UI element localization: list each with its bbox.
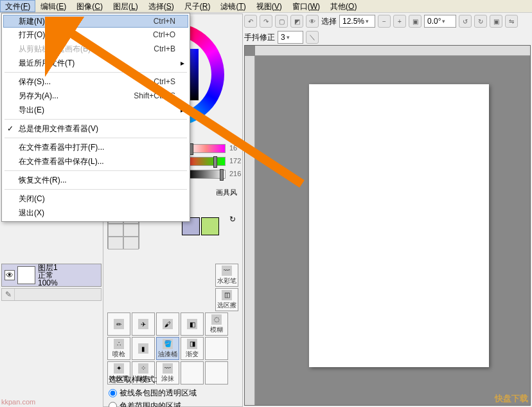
layer-thumbnail [17, 266, 35, 284]
top-toolbar: ↶ ↷ ▢ ◩ 👁 选择 12.5%▾ − + ▣ 0.0°▾ ↺ ↻ ▣ ⇋ [244, 14, 531, 29]
canvas-area[interactable] [244, 45, 531, 406]
slider-value: 172 [229, 157, 241, 165]
menu-item-revert[interactable]: 恢复文件(R)... [3, 173, 188, 187]
menu-edit[interactable]: 编辑(E) [35, 0, 71, 12]
separator [4, 170, 187, 171]
watermark-left: kkpan.com [1, 398, 35, 406]
tool-select-erase[interactable]: ◫选区擦 [215, 288, 238, 311]
pen-icon[interactable]: ✎ [2, 289, 15, 300]
chevron-down-icon: ▾ [366, 18, 369, 24]
layer-row[interactable]: 👁 图层1 正常 100% [1, 264, 102, 287]
menu-image[interactable]: 图像(C) [71, 0, 108, 12]
separator [4, 189, 187, 190]
menu-item-save-in-viewer[interactable]: 在文件查看器中保存(L)... [3, 154, 188, 168]
menu-item-open-in-viewer[interactable]: 在文件查看器中打开(F)... [3, 140, 188, 154]
tool-airbrush[interactable]: ✈ [132, 312, 155, 336]
ruler-horizontal [255, 46, 530, 56]
tool-blur[interactable]: ◌模糊 [205, 312, 228, 336]
tool-marker[interactable]: ▮ [132, 337, 155, 360]
tool-brush[interactable]: 🖌 [156, 312, 179, 336]
flip-button[interactable]: ⇋ [505, 15, 518, 28]
menu-item-new[interactable]: 新建(N)... Ctrl+N [3, 15, 188, 28]
menu-item-shortcut: Ctrl+N [154, 17, 175, 26]
tool-spray[interactable]: ∴喷枪 [107, 337, 130, 360]
canvas-document[interactable] [309, 84, 489, 367]
watermark-right: 快盘下载 [495, 393, 528, 404]
separator [4, 72, 187, 73]
menu-item-label: 新建(N)... [19, 16, 154, 27]
tool-gradient[interactable]: ◨渐变 [181, 337, 204, 360]
zoom-in-button[interactable]: + [393, 15, 406, 28]
menu-filter[interactable]: 滤镜(T) [215, 0, 251, 12]
separator [4, 119, 187, 120]
menu-window[interactable]: 窗口(W) [287, 0, 325, 12]
tool-watercolor[interactable]: 〰水彩笔 [215, 264, 238, 287]
selection-mode-title: 选区取样模式: [109, 374, 240, 385]
swatch[interactable] [201, 217, 219, 235]
layer-buttons: ✎ [1, 288, 102, 301]
check-icon: ✓ [7, 124, 13, 133]
chevron-down-icon: ▾ [442, 18, 445, 24]
tool-hand[interactable] [108, 237, 123, 249]
zoom-out-button[interactable]: − [378, 15, 391, 28]
menu-other[interactable]: 其他(O) [325, 0, 362, 12]
slider-value: 216 [229, 170, 241, 177]
slider-g[interactable] [187, 157, 226, 166]
selection-mode-group: 选区取样模式: 被线条包围的透明区域 色差范围内的区域 色差范围内的全部像素 [109, 374, 240, 407]
deselect-button[interactable]: ▢ [275, 15, 288, 28]
show-selection-button[interactable]: 👁 [306, 15, 319, 28]
tool-pencil[interactable]: ✏ [107, 312, 130, 336]
menu-item-always-viewer[interactable]: ✓ 总是使用文件查看器(V) [3, 122, 188, 136]
menu-item-save-as[interactable]: 另存为(A)... Shift+Ctrl+S [3, 89, 188, 103]
angle-field[interactable]: 0.0°▾ [424, 15, 456, 28]
undo-button[interactable]: ↶ [244, 15, 257, 28]
brush-tool-grid: 〰水彩笔 ◫选区擦 ✏ ✈ 🖌 ◧ ◌模糊 ∴喷枪 ▮ 🪣油漆桶 ◨渐变 ✦特效… [107, 264, 238, 386]
stabilizer-field[interactable]: 3▾ [278, 31, 303, 44]
layer-info: 图层1 正常 100% [38, 264, 58, 287]
menu-item-recent[interactable]: 最近所用文件(T) ▸ [3, 56, 188, 70]
panel-tab-label[interactable]: 画具风 [216, 188, 237, 197]
tool-empty [205, 337, 228, 360]
menu-item-export[interactable]: 导出(E) ▸ [3, 103, 188, 117]
select-label: 选择 [321, 16, 337, 27]
redo-button[interactable]: ↷ [260, 15, 272, 28]
radio-color-range[interactable]: 色差范围内的区域 [109, 401, 240, 407]
slider-r[interactable] [187, 144, 226, 153]
tool-eyedrop[interactable] [123, 237, 139, 249]
menu-item-from-clipboard[interactable]: 从剪贴板创建画布(B) Ctrl+B [3, 42, 188, 56]
zoom-fit-button[interactable]: ▣ [409, 15, 421, 28]
menu-item-exit[interactable]: 退出(X) [3, 206, 188, 220]
rotate-ccw-button[interactable]: ↺ [459, 15, 472, 28]
chevron-right-icon: ▸ [181, 105, 184, 114]
ruler-vertical [245, 56, 255, 405]
radio-transparent-area[interactable]: 被线条包围的透明区域 [109, 388, 240, 399]
menu-layer[interactable]: 图层(L) [108, 0, 143, 12]
menu-item-open[interactable]: 打开(O)... Ctrl+O [3, 28, 188, 42]
tool-eraser[interactable]: ◧ [181, 312, 204, 336]
refresh-icon[interactable]: ↻ [229, 215, 236, 224]
tool-bucket[interactable]: 🪣油漆桶 [156, 337, 179, 360]
chevron-right-icon: ▸ [181, 59, 184, 68]
rotate-cw-button[interactable]: ↻ [474, 15, 487, 28]
slider-value: 16 [229, 144, 237, 152]
eye-icon[interactable]: 👁 [4, 270, 15, 280]
menu-ruler[interactable]: 尺子(R) [179, 0, 216, 12]
menu-file[interactable]: 文件(F) [0, 0, 35, 12]
stabilizer-option-button[interactable]: ＼ [306, 31, 319, 44]
reset-rotation-button[interactable]: ▣ [490, 15, 502, 28]
menubar: 文件(F) 编辑(E) 图像(C) 图层(L) 选择(S) 尺子(R) 滤镜(T… [0, 0, 532, 13]
invert-button[interactable]: ◩ [290, 15, 303, 28]
menu-item-close[interactable]: 关闭(C) [3, 192, 188, 206]
slider-b[interactable] [187, 170, 226, 179]
chevron-down-icon: ▾ [287, 34, 290, 41]
tool-zoom[interactable] [108, 224, 123, 237]
file-menu-dropdown: 新建(N)... Ctrl+N 打开(O)... Ctrl+O 从剪贴板创建画布… [1, 13, 190, 222]
tool-rotate[interactable] [123, 224, 139, 237]
separator [4, 138, 187, 138]
stabilizer-label: 手抖修正 [244, 32, 275, 43]
menu-select[interactable]: 选择(S) [143, 0, 179, 12]
menu-view[interactable]: 视图(V) [251, 0, 287, 12]
stabilizer-toolbar: 手抖修正 3▾ ＼ [244, 30, 531, 45]
menu-item-save[interactable]: 保存(S)... Ctrl+S [3, 75, 188, 89]
zoom-field[interactable]: 12.5%▾ [339, 15, 375, 28]
